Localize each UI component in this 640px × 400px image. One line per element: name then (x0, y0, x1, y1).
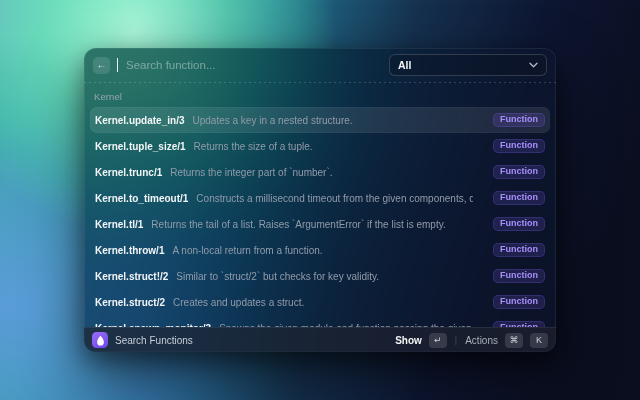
function-type-badge: Function (493, 217, 545, 232)
function-description: Returns the integer part of `number`. (170, 167, 332, 178)
function-type-badge: Function (493, 243, 545, 258)
function-list-item[interactable]: Kernel.spawn_monitor/3 Spawns the given … (90, 315, 550, 327)
filter-dropdown[interactable]: All (389, 54, 547, 76)
function-description: Returns the size of a tuple. (194, 141, 313, 152)
function-type-badge: Function (493, 139, 545, 154)
function-name: Kernel.to_timeout/1 (95, 193, 188, 204)
function-description: Constructs a millisecond timeout from th… (196, 193, 473, 204)
function-list-item[interactable]: Kernel.throw/1 A non-local return from a… (90, 237, 550, 263)
k-key-icon: K (530, 333, 548, 348)
results-list: Kernel Kernel.update_in/3 Updates a key … (84, 83, 556, 327)
search-bar: ← Search function... All (84, 48, 556, 82)
search-input[interactable]: Search function... (126, 59, 382, 71)
elixir-drop-icon (92, 332, 108, 348)
function-name: Kernel.struct/2 (95, 297, 165, 308)
function-name: Kernel.throw/1 (95, 245, 164, 256)
function-list-item[interactable]: Kernel.update_in/3 Updates a key in a ne… (90, 107, 550, 133)
function-name: Kernel.tuple_size/1 (95, 141, 186, 152)
function-description: Creates and updates a struct. (173, 297, 304, 308)
function-type-badge: Function (493, 113, 545, 128)
command-key-icon: ⌘ (505, 333, 523, 348)
function-type-badge: Function (493, 165, 545, 180)
function-list-item[interactable]: Kernel.tuple_size/1 Returns the size of … (90, 133, 550, 159)
function-type-badge: Function (493, 191, 545, 206)
text-caret (117, 58, 118, 72)
function-list-item[interactable]: Kernel.to_timeout/1 Constructs a millise… (90, 185, 550, 211)
footer-bar: Search Functions Show ↵ | Actions ⌘ K (84, 327, 556, 352)
function-type-badge: Function (493, 269, 545, 284)
rows-container: Kernel.update_in/3 Updates a key in a ne… (90, 107, 550, 327)
function-list-item[interactable]: Kernel.struct!/2 Similar to `struct/2` b… (90, 263, 550, 289)
actions-hint-label[interactable]: Actions (465, 335, 498, 346)
command-palette-window: ← Search function... All Kernel Kernel.u… (84, 48, 556, 352)
function-description: Returns the tail of a list. Raises `Argu… (151, 219, 445, 230)
section-header: Kernel (90, 83, 550, 107)
function-list-item[interactable]: Kernel.tl/1 Returns the tail of a list. … (90, 211, 550, 237)
back-button[interactable]: ← (93, 57, 110, 74)
function-description: Updates a key in a nested structure. (192, 115, 352, 126)
footer-app-label: Search Functions (115, 335, 193, 346)
chevron-down-icon (529, 62, 538, 68)
footer-separator: | (455, 335, 457, 345)
back-arrow-icon: ← (97, 60, 107, 70)
enter-key-icon[interactable]: ↵ (429, 333, 447, 348)
function-description: Similar to `struct/2` but checks for key… (176, 271, 379, 282)
function-name: Kernel.struct!/2 (95, 271, 168, 282)
filter-selected-value: All (398, 59, 523, 71)
function-name: Kernel.update_in/3 (95, 115, 184, 126)
function-name: Kernel.trunc/1 (95, 167, 162, 178)
show-hint-label: Show (395, 335, 422, 346)
function-list-item[interactable]: Kernel.struct/2 Creates and updates a st… (90, 289, 550, 315)
function-list-item[interactable]: Kernel.trunc/1 Returns the integer part … (90, 159, 550, 185)
function-description: A non-local return from a function. (172, 245, 322, 256)
function-name: Kernel.tl/1 (95, 219, 143, 230)
function-type-badge: Function (493, 295, 545, 310)
